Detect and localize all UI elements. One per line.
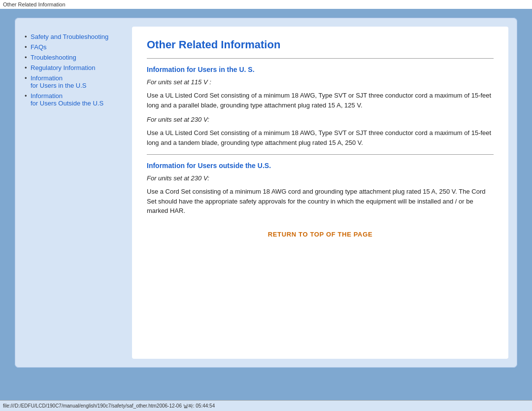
section1-body1: Use a UL Listed Cord Set consisting of a… [147,91,494,110]
title-bar-text: Other Related Information [3,1,66,7]
return-to-top-link[interactable]: RETURN TO TOP OF THE PAGE [147,231,494,238]
sidebar-link-safety[interactable]: Safety and Troubleshooting [31,33,108,40]
sidebar-link-info-us[interactable]: Informationfor Users in the U.S [31,74,86,89]
sidebar-item-info-outside[interactable]: Informationfor Users Outside the U.S [24,91,132,108]
sidebar-link-regulatory[interactable]: Regulatory Information [31,64,96,71]
section1-intro2: For units set at 230 V: [147,116,494,123]
section1-body2: Use a UL Listed Cord Set consisting of a… [147,128,494,147]
section1-heading: Information for Users in the U. S. [147,66,494,73]
middle-divider [147,154,494,155]
section2-intro: For units set at 230 V: [147,174,494,182]
main-card: Safety and Troubleshooting FAQs Troubles… [15,18,517,368]
section2-body: Use a Cord Set consisting of a minimum 1… [147,187,494,216]
sidebar-item-info-us[interactable]: Informationfor Users in the U.S [24,73,132,91]
status-bar: file:///D:/EDFU/LCD/190C7/manual/english… [0,400,532,411]
page-title: Other Related Information [147,38,494,51]
sidebar-item-safety[interactable]: Safety and Troubleshooting [24,32,132,42]
status-bar-text: file:///D:/EDFU/LCD/190C7/manual/english… [3,403,215,410]
main-content: Other Related Information Information fo… [132,27,508,359]
sidebar-nav-list: Safety and Troubleshooting FAQs Troubles… [24,32,132,108]
top-divider [147,58,494,59]
sidebar-item-troubleshooting[interactable]: Troubleshooting [24,52,132,63]
sidebar-link-faqs[interactable]: FAQs [31,43,47,51]
title-bar: Other Related Information [0,0,532,9]
section1-intro1: For units set at 115 V : [147,78,494,86]
sidebar-link-troubleshooting[interactable]: Troubleshooting [31,54,76,61]
sidebar: Safety and Troubleshooting FAQs Troubles… [24,27,132,359]
section2-heading: Information for Users outside the U.S. [147,162,494,170]
sidebar-link-info-outside[interactable]: Informationfor Users Outside the U.S [31,92,103,107]
sidebar-item-faqs[interactable]: FAQs [24,42,132,52]
outer-wrapper: Safety and Troubleshooting FAQs Troubles… [0,9,532,400]
sidebar-item-regulatory[interactable]: Regulatory Information [24,63,132,73]
